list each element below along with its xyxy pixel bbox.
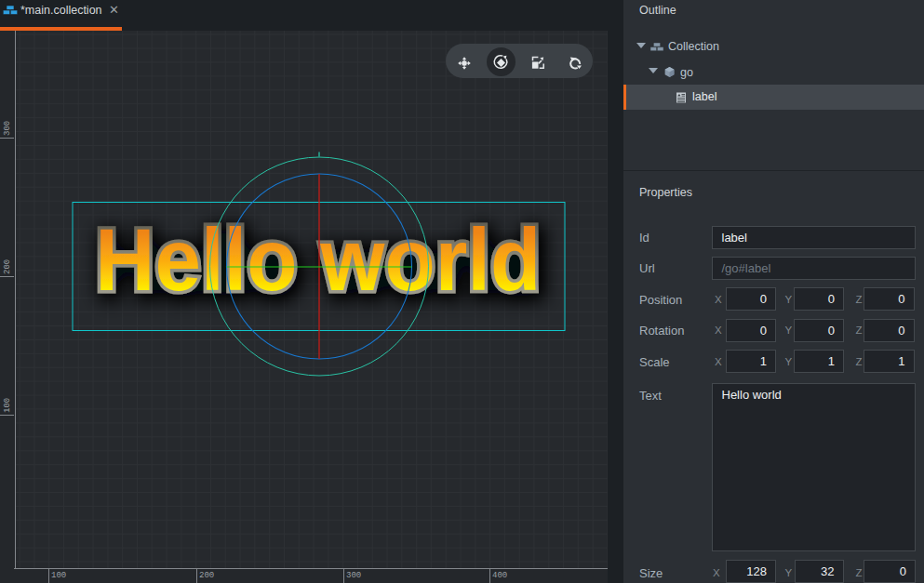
svg-text:Hello world: Hello world [95,211,541,309]
